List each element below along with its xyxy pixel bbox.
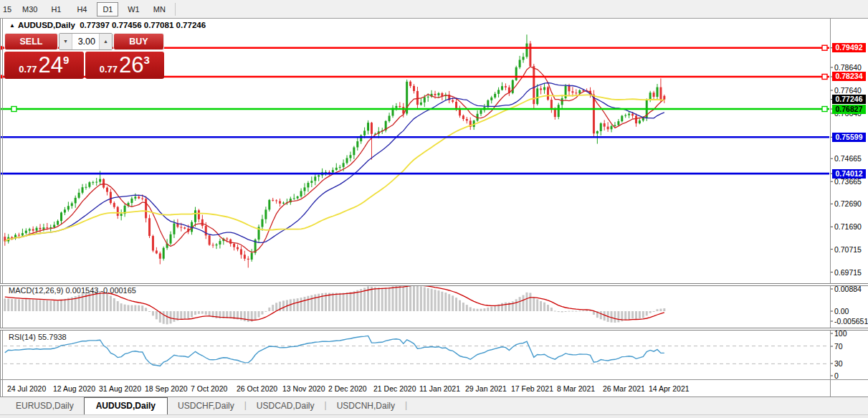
candle-body: [106, 188, 108, 192]
tab-usdcad-daily[interactable]: USDCAD,Daily: [247, 398, 325, 414]
candle-body: [349, 155, 351, 158]
timeframe-toolbar: 15 M30 H1 H4 D1 W1 MN: [0, 0, 868, 19]
macd-bar: [420, 286, 422, 311]
macd-bar: [180, 311, 182, 320]
level-price-badge: 0.76827: [832, 105, 866, 114]
macd-axis-label: 0.00884: [834, 285, 862, 293]
tab-usdchf-daily[interactable]: USDCHF,Daily: [168, 398, 244, 414]
sell-price-big-digits: 24: [38, 52, 62, 79]
macd-bar: [166, 311, 168, 324]
macd-bar: [32, 300, 34, 311]
candle-body: [212, 244, 214, 245]
macd-bar: [515, 299, 518, 311]
timeframe-button-w1[interactable]: W1: [123, 2, 144, 16]
macd-bar: [653, 311, 655, 312]
macd-bar: [209, 311, 211, 316]
candle-body: [64, 209, 66, 212]
macd-bar: [406, 284, 408, 311]
volume-decrease-button[interactable]: ▼: [59, 34, 72, 49]
tab-separator: |: [405, 400, 407, 412]
candle-body: [272, 200, 274, 201]
volume-increase-button[interactable]: ▲: [99, 34, 112, 49]
timeframe-button-mn[interactable]: MN: [148, 2, 170, 16]
candle-body: [152, 236, 154, 250]
rsi-axis-label: 100: [834, 329, 847, 338]
macd-axis-label: -0.005651: [834, 317, 868, 326]
candle-body: [282, 203, 285, 204]
candle-body: [25, 231, 27, 233]
price-axis-tick-label: 0.74665: [834, 154, 862, 163]
sell-price-display[interactable]: 0.77 24 9: [4, 52, 84, 79]
macd-bar: [275, 303, 277, 311]
volume-input[interactable]: 3.00: [72, 34, 99, 49]
level-line-handle[interactable]: [822, 74, 827, 79]
macd-bar: [392, 286, 394, 311]
macd-bar: [635, 311, 637, 319]
buy-price-big-digits: 26: [119, 52, 143, 79]
macd-bar: [452, 295, 454, 311]
macd-bar: [18, 299, 20, 311]
macd-bar: [512, 301, 514, 311]
macd-bar: [639, 311, 641, 318]
macd-bar: [198, 311, 200, 314]
macd-bar: [307, 296, 309, 311]
level-price-badge: 0.79492: [832, 43, 866, 52]
level-line-handle[interactable]: [11, 107, 16, 112]
macd-bar: [173, 311, 175, 322]
level-line-handle[interactable]: [822, 107, 827, 112]
candle-body: [659, 87, 662, 100]
rsi-line: [5, 336, 664, 366]
macd-bar: [378, 288, 380, 311]
macd-bar: [110, 295, 112, 311]
macd-bar: [300, 298, 302, 311]
candle-body: [145, 199, 147, 218]
macd-rsi-splitter[interactable]: [0, 328, 868, 331]
date-axis-label: 21 Dec 2020: [373, 384, 416, 393]
candle-body: [318, 175, 320, 176]
macd-bar: [205, 311, 207, 315]
candle-body: [198, 210, 200, 219]
candle-body: [170, 234, 172, 244]
candle-body: [575, 92, 577, 93]
macd-bar: [314, 295, 316, 311]
sell-price-prefix: 0.77: [19, 64, 37, 75]
candle-body: [275, 200, 277, 201]
candle-body: [297, 196, 299, 199]
bottom-strip: [0, 414, 868, 418]
macd-bar: [441, 292, 443, 311]
timeframe-button-h4[interactable]: H4: [71, 2, 92, 16]
timeframe-button-d1[interactable]: D1: [97, 2, 118, 16]
candle-body: [624, 115, 626, 116]
timeframe-button-m30[interactable]: M30: [19, 2, 41, 16]
level-line-handle[interactable]: [822, 45, 827, 50]
candle-body: [543, 87, 545, 90]
buy-price-prefix: 0.77: [100, 64, 118, 75]
timeframe-button-m15[interactable]: 15: [0, 2, 14, 16]
candle-body: [226, 239, 228, 239]
timeframe-button-h1[interactable]: H1: [45, 2, 67, 16]
tab-usdcnh-daily[interactable]: USDCNH,Daily: [327, 398, 405, 414]
price-axis-tick-label: 0.77640: [834, 86, 862, 95]
ma-slow-line: [5, 95, 664, 241]
macd-bar: [424, 288, 426, 311]
candle-body: [617, 121, 619, 125]
sell-button[interactable]: SELL: [4, 33, 58, 50]
price-axis-tick-label: 0.69715: [834, 268, 862, 277]
tab-audusd-daily[interactable]: AUDUSD,Daily: [84, 397, 168, 415]
buy-button[interactable]: BUY: [113, 33, 164, 50]
macd-bar: [145, 308, 147, 311]
tab-eurusd-daily[interactable]: EURUSD,Daily: [6, 398, 84, 414]
candle-body: [216, 244, 218, 245]
candle-body: [46, 227, 48, 228]
macd-bar: [487, 308, 489, 311]
candle-body: [67, 206, 70, 209]
candle-body: [233, 244, 235, 247]
macd-bar: [117, 301, 119, 311]
macd-axis-label: 0.00: [834, 307, 849, 315]
candle-body: [424, 98, 426, 103]
macd-bar: [554, 310, 556, 311]
buy-price-display[interactable]: 0.77 26 3: [85, 52, 165, 79]
candle-body: [554, 109, 556, 117]
macd-bar: [565, 311, 567, 312]
macd-bar: [490, 307, 492, 311]
